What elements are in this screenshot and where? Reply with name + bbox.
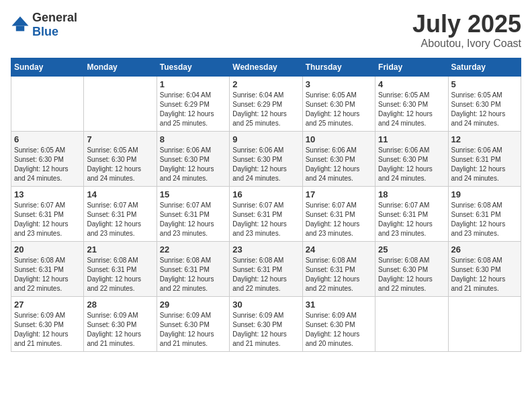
day-header-thursday: Thursday [302,58,375,76]
day-number: 20 [14,244,81,255]
day-info: Sunrise: 6:05 AM Sunset: 6:30 PM Dayligh… [87,146,153,183]
day-info: Sunrise: 6:07 AM Sunset: 6:31 PM Dayligh… [306,201,372,238]
day-number: 16 [232,189,299,199]
day-number: 12 [451,134,518,144]
month-title: July 2025 [412,11,521,38]
day-header-tuesday: Tuesday [157,58,229,76]
day-number: 25 [378,244,445,255]
day-number: 1 [160,79,226,89]
day-number: 11 [378,134,445,144]
header-row: SundayMondayTuesdayWednesdayThursdayFrid… [11,58,521,76]
day-cell: 6Sunrise: 6:05 AM Sunset: 6:30 PM Daylig… [11,131,84,186]
day-cell: 31Sunrise: 6:09 AM Sunset: 6:30 PM Dayli… [302,296,375,351]
day-number: 14 [87,189,153,199]
week-row-4: 20Sunrise: 6:08 AM Sunset: 6:31 PM Dayli… [11,241,521,296]
day-number: 3 [306,79,372,89]
day-number: 23 [232,244,299,255]
day-cell: 13Sunrise: 6:07 AM Sunset: 6:31 PM Dayli… [11,186,84,241]
day-cell [448,296,521,351]
day-number: 9 [232,134,299,144]
day-cell: 27Sunrise: 6:09 AM Sunset: 6:30 PM Dayli… [11,296,84,351]
day-info: Sunrise: 6:07 AM Sunset: 6:31 PM Dayligh… [14,201,81,238]
day-cell: 1Sunrise: 6:04 AM Sunset: 6:29 PM Daylig… [157,76,229,131]
day-info: Sunrise: 6:06 AM Sunset: 6:30 PM Dayligh… [160,146,226,183]
day-number: 18 [378,189,445,199]
day-number: 30 [232,300,299,310]
day-info: Sunrise: 6:06 AM Sunset: 6:30 PM Dayligh… [232,146,299,183]
day-info: Sunrise: 6:05 AM Sunset: 6:30 PM Dayligh… [306,91,372,128]
day-cell: 7Sunrise: 6:05 AM Sunset: 6:30 PM Daylig… [84,131,157,186]
day-number: 27 [14,300,81,310]
day-cell: 3Sunrise: 6:05 AM Sunset: 6:30 PM Daylig… [302,76,375,131]
page-header: General Blue July 2025 Aboutou, Ivory Co… [11,11,521,50]
week-row-1: 1Sunrise: 6:04 AM Sunset: 6:29 PM Daylig… [11,76,521,131]
day-info: Sunrise: 6:07 AM Sunset: 6:31 PM Dayligh… [232,201,299,238]
logo: General Blue [11,11,77,39]
day-info: Sunrise: 6:09 AM Sunset: 6:30 PM Dayligh… [232,311,299,349]
day-number: 6 [14,134,81,144]
day-info: Sunrise: 6:06 AM Sunset: 6:31 PM Dayligh… [451,146,518,183]
day-info: Sunrise: 6:07 AM Sunset: 6:31 PM Dayligh… [378,201,445,238]
day-info: Sunrise: 6:08 AM Sunset: 6:31 PM Dayligh… [232,256,299,293]
day-info: Sunrise: 6:05 AM Sunset: 6:30 PM Dayligh… [451,91,518,128]
day-number: 31 [306,300,372,310]
day-number: 22 [160,244,226,255]
logo-general-text: General [32,11,77,24]
day-cell: 30Sunrise: 6:09 AM Sunset: 6:30 PM Dayli… [230,296,302,351]
day-number: 7 [87,134,153,144]
location-title: Aboutou, Ivory Coast [412,38,521,50]
day-info: Sunrise: 6:08 AM Sunset: 6:31 PM Dayligh… [87,256,153,293]
day-cell [84,76,157,131]
day-info: Sunrise: 6:08 AM Sunset: 6:31 PM Dayligh… [14,256,81,293]
week-row-2: 6Sunrise: 6:05 AM Sunset: 6:30 PM Daylig… [11,131,521,186]
day-cell: 17Sunrise: 6:07 AM Sunset: 6:31 PM Dayli… [302,186,375,241]
day-header-sunday: Sunday [11,58,84,76]
day-cell: 14Sunrise: 6:07 AM Sunset: 6:31 PM Dayli… [84,186,157,241]
day-cell: 26Sunrise: 6:08 AM Sunset: 6:30 PM Dayli… [448,241,521,296]
day-info: Sunrise: 6:08 AM Sunset: 6:31 PM Dayligh… [451,201,518,238]
day-number: 13 [14,189,81,199]
day-info: Sunrise: 6:06 AM Sunset: 6:30 PM Dayligh… [306,146,372,183]
day-number: 15 [160,189,226,199]
day-header-saturday: Saturday [448,58,521,76]
day-cell: 25Sunrise: 6:08 AM Sunset: 6:30 PM Dayli… [375,241,448,296]
day-cell: 16Sunrise: 6:07 AM Sunset: 6:31 PM Dayli… [230,186,302,241]
day-cell: 9Sunrise: 6:06 AM Sunset: 6:30 PM Daylig… [230,131,302,186]
day-cell: 18Sunrise: 6:07 AM Sunset: 6:31 PM Dayli… [375,186,448,241]
day-number: 21 [87,244,153,255]
day-cell: 10Sunrise: 6:06 AM Sunset: 6:30 PM Dayli… [302,131,375,186]
week-row-5: 27Sunrise: 6:09 AM Sunset: 6:30 PM Dayli… [11,296,521,351]
day-cell [375,296,448,351]
day-number: 2 [232,79,299,89]
day-number: 17 [306,189,372,199]
day-header-friday: Friday [375,58,448,76]
day-info: Sunrise: 6:09 AM Sunset: 6:30 PM Dayligh… [160,311,226,349]
day-number: 24 [306,244,372,255]
calendar-table: SundayMondayTuesdayWednesdayThursdayFrid… [11,58,521,352]
day-info: Sunrise: 6:05 AM Sunset: 6:30 PM Dayligh… [378,91,445,128]
day-cell: 8Sunrise: 6:06 AM Sunset: 6:30 PM Daylig… [157,131,229,186]
day-cell: 15Sunrise: 6:07 AM Sunset: 6:31 PM Dayli… [157,186,229,241]
day-info: Sunrise: 6:04 AM Sunset: 6:29 PM Dayligh… [160,91,226,128]
day-info: Sunrise: 6:05 AM Sunset: 6:30 PM Dayligh… [14,146,81,183]
day-number: 5 [451,79,518,89]
day-info: Sunrise: 6:06 AM Sunset: 6:30 PM Dayligh… [378,146,445,183]
day-info: Sunrise: 6:08 AM Sunset: 6:30 PM Dayligh… [378,256,445,293]
day-number: 10 [306,134,372,144]
day-cell: 28Sunrise: 6:09 AM Sunset: 6:30 PM Dayli… [84,296,157,351]
day-header-monday: Monday [84,58,157,76]
logo-blue-text: Blue [32,25,58,38]
day-cell: 22Sunrise: 6:08 AM Sunset: 6:31 PM Dayli… [157,241,229,296]
day-header-wednesday: Wednesday [230,58,302,76]
day-cell: 5Sunrise: 6:05 AM Sunset: 6:30 PM Daylig… [448,76,521,131]
day-info: Sunrise: 6:08 AM Sunset: 6:31 PM Dayligh… [306,256,372,293]
day-cell [11,76,84,131]
title-block: July 2025 Aboutou, Ivory Coast [412,11,521,50]
day-cell: 21Sunrise: 6:08 AM Sunset: 6:31 PM Dayli… [84,241,157,296]
day-number: 26 [451,244,518,255]
day-cell: 29Sunrise: 6:09 AM Sunset: 6:30 PM Dayli… [157,296,229,351]
logo-icon [11,15,30,34]
day-cell: 12Sunrise: 6:06 AM Sunset: 6:31 PM Dayli… [448,131,521,186]
day-info: Sunrise: 6:07 AM Sunset: 6:31 PM Dayligh… [160,201,226,238]
day-number: 4 [378,79,445,89]
